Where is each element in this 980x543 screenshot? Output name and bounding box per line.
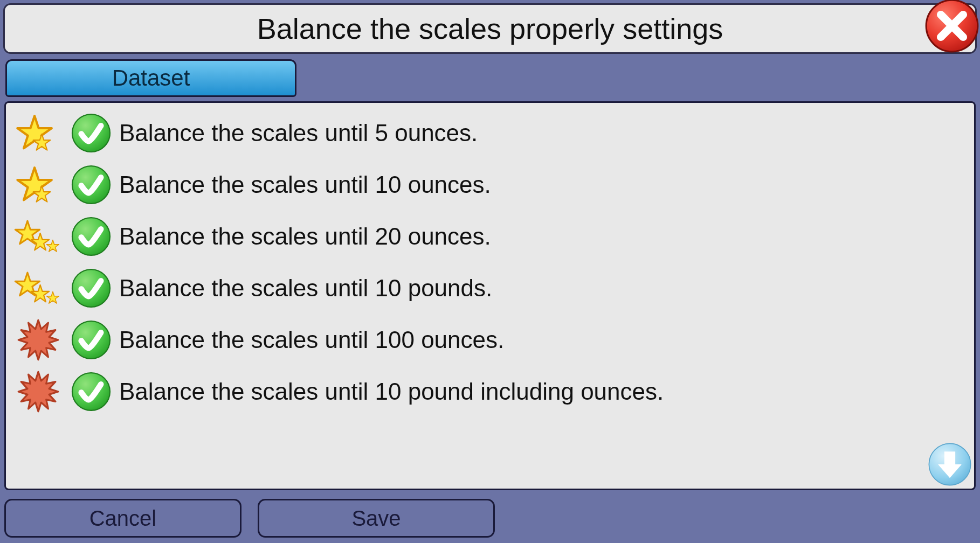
scroll-down-button[interactable]: [927, 442, 972, 487]
save-button[interactable]: Save: [258, 499, 495, 538]
cancel-label: Cancel: [89, 506, 157, 531]
svg-point-6: [72, 321, 110, 359]
item-list: Balance the scales until 5 ounces. Balan…: [4, 101, 976, 490]
checkbox-toggle[interactable]: [71, 371, 112, 412]
difficulty-sun-icon: [13, 318, 63, 362]
item-label: Balance the scales until 5 ounces.: [119, 120, 478, 147]
difficulty-sun-icon: [13, 370, 63, 414]
list-item[interactable]: Balance the scales until 10 pound includ…: [13, 366, 967, 417]
close-button[interactable]: [923, 0, 980, 55]
svg-marker-5: [18, 320, 58, 360]
cancel-button[interactable]: Cancel: [4, 499, 241, 538]
tab-row: Dataset: [5, 59, 296, 97]
svg-point-3: [72, 218, 110, 255]
checkbox-toggle[interactable]: [71, 113, 112, 154]
item-label: Balance the scales until 20 ounces.: [119, 223, 491, 250]
list-item[interactable]: Balance the scales until 20 ounces.: [13, 211, 967, 262]
close-icon: [924, 0, 980, 54]
list-item[interactable]: Balance the scales until 5 ounces.: [13, 107, 967, 159]
checkbox-toggle[interactable]: [71, 164, 112, 205]
item-label: Balance the scales until 10 pound includ…: [119, 378, 664, 405]
item-label: Balance the scales until 10 ounces.: [119, 171, 491, 198]
footer-bar: Cancel Save: [4, 499, 495, 538]
dialog-title: Balance the scales properly settings: [257, 12, 723, 45]
difficulty-two-star-icon: [13, 266, 63, 310]
arrow-down-icon: [927, 442, 972, 487]
list-item[interactable]: Balance the scales until 10 pounds.: [13, 262, 967, 314]
svg-point-4: [72, 269, 110, 307]
svg-marker-7: [18, 372, 58, 412]
list-item[interactable]: Balance the scales until 100 ounces.: [13, 314, 967, 366]
item-label: Balance the scales until 10 pounds.: [119, 275, 492, 302]
svg-point-1: [72, 114, 110, 152]
checkbox-toggle[interactable]: [71, 216, 112, 257]
list-item[interactable]: Balance the scales until 10 ounces.: [13, 159, 967, 211]
tab-dataset[interactable]: Dataset: [5, 59, 296, 97]
item-label: Balance the scales until 100 ounces.: [119, 326, 504, 353]
checkbox-toggle[interactable]: [71, 319, 112, 360]
header-bar: Balance the scales properly settings: [3, 3, 977, 54]
difficulty-one-star-icon: [13, 111, 63, 155]
svg-point-2: [72, 166, 110, 204]
svg-point-8: [72, 373, 110, 410]
difficulty-two-star-icon: [13, 214, 63, 259]
settings-dialog: Balance the scales properly settings Dat…: [0, 0, 980, 543]
tab-label: Dataset: [112, 65, 190, 91]
save-label: Save: [351, 506, 401, 531]
checkbox-toggle[interactable]: [71, 268, 112, 309]
difficulty-one-star-icon: [13, 163, 63, 207]
